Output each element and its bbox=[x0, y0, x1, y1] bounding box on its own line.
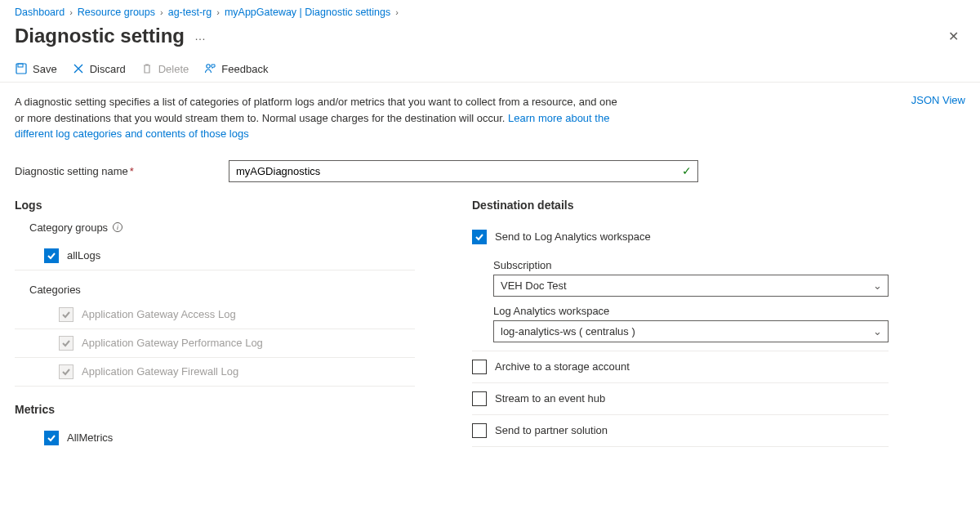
category-groups-label: Category groups i bbox=[29, 221, 408, 234]
setting-name-input[interactable] bbox=[229, 160, 698, 182]
close-icon bbox=[72, 62, 85, 75]
toolbar: Save Discard Delete Feedback bbox=[0, 56, 980, 83]
svg-point-2 bbox=[207, 65, 210, 68]
all-logs-label: allLogs bbox=[67, 249, 100, 262]
log-analytics-checkbox[interactable] bbox=[472, 230, 487, 244]
partner-label: Send to partner solution bbox=[495, 424, 608, 436]
valid-check-icon: ✓ bbox=[682, 164, 692, 177]
subscription-select[interactable]: VEH Doc Test bbox=[493, 275, 889, 297]
page-title: Diagnostic setting bbox=[15, 25, 185, 47]
title-row: Diagnostic setting … ✕ bbox=[0, 21, 980, 56]
toolbar-label: Delete bbox=[158, 63, 189, 75]
chevron-right-icon: › bbox=[395, 7, 399, 17]
all-metrics-row: AllMetrics bbox=[15, 424, 415, 452]
storage-label: Archive to a storage account bbox=[495, 360, 630, 373]
breadcrumb-item[interactable]: Dashboard bbox=[15, 7, 65, 18]
eventhub-label: Stream to an event hub bbox=[495, 392, 605, 405]
categories-label: Categories bbox=[29, 284, 408, 296]
storage-checkbox[interactable] bbox=[472, 360, 487, 374]
save-icon bbox=[15, 62, 28, 75]
json-view-link[interactable]: JSON View bbox=[911, 94, 965, 142]
category-label: Application Gateway Performance Log bbox=[82, 337, 263, 349]
save-button[interactable]: Save bbox=[15, 62, 57, 75]
all-logs-row: allLogs bbox=[15, 242, 415, 270]
workspace-select[interactable]: log-analytics-ws ( centralus ) bbox=[493, 320, 889, 342]
breadcrumb-item[interactable]: Resource groups bbox=[78, 7, 155, 18]
partner-row: Send to partner solution bbox=[472, 415, 889, 447]
eventhub-checkbox[interactable] bbox=[472, 391, 487, 406]
logs-heading: Logs bbox=[15, 199, 423, 212]
trash-icon bbox=[140, 62, 154, 75]
chevron-right-icon: › bbox=[160, 7, 163, 17]
category-checkbox bbox=[59, 336, 74, 351]
all-metrics-checkbox[interactable] bbox=[44, 431, 59, 445]
breadcrumb-item[interactable]: myAppGateway | Diagnostic settings bbox=[225, 7, 390, 18]
category-row: Application Gateway Firewall Log bbox=[15, 358, 415, 387]
breadcrumb: Dashboard › Resource groups › ag-test-rg… bbox=[0, 0, 980, 21]
person-feedback-icon bbox=[203, 62, 216, 75]
chevron-right-icon: › bbox=[69, 7, 73, 17]
category-label: Application Gateway Firewall Log bbox=[82, 365, 238, 378]
info-icon[interactable]: i bbox=[113, 222, 122, 232]
toolbar-label: Discard bbox=[90, 63, 126, 75]
log-analytics-row: Send to Log Analytics workspace bbox=[472, 221, 889, 253]
description-text: A diagnostic setting specifies a list of… bbox=[15, 94, 619, 142]
category-label: Application Gateway Access Log bbox=[82, 308, 236, 320]
subscription-label: Subscription bbox=[493, 259, 889, 271]
toolbar-label: Save bbox=[33, 63, 57, 75]
feedback-button[interactable]: Feedback bbox=[203, 62, 268, 75]
toolbar-label: Feedback bbox=[221, 63, 268, 75]
workspace-label: Log Analytics workspace bbox=[493, 305, 889, 317]
all-logs-checkbox[interactable] bbox=[44, 248, 59, 263]
delete-button: Delete bbox=[140, 62, 189, 75]
category-row: Application Gateway Performance Log bbox=[15, 329, 415, 358]
category-checkbox bbox=[59, 307, 74, 322]
destination-heading: Destination details bbox=[472, 199, 889, 212]
metrics-heading: Metrics bbox=[15, 403, 423, 416]
close-icon[interactable]: ✕ bbox=[942, 25, 965, 47]
storage-row: Archive to a storage account bbox=[472, 351, 889, 383]
chevron-right-icon: › bbox=[216, 7, 220, 17]
category-row: Application Gateway Access Log bbox=[15, 301, 415, 329]
partner-checkbox[interactable] bbox=[472, 423, 487, 438]
eventhub-row: Stream to an event hub bbox=[472, 383, 889, 415]
more-actions-button[interactable]: … bbox=[194, 29, 207, 42]
breadcrumb-item[interactable]: ag-test-rg bbox=[168, 7, 212, 18]
all-metrics-label: AllMetrics bbox=[67, 431, 113, 444]
discard-button[interactable]: Discard bbox=[72, 62, 126, 75]
setting-name-label: Diagnostic setting name* bbox=[15, 165, 219, 177]
log-analytics-label: Send to Log Analytics workspace bbox=[495, 230, 651, 243]
category-checkbox bbox=[59, 364, 74, 379]
